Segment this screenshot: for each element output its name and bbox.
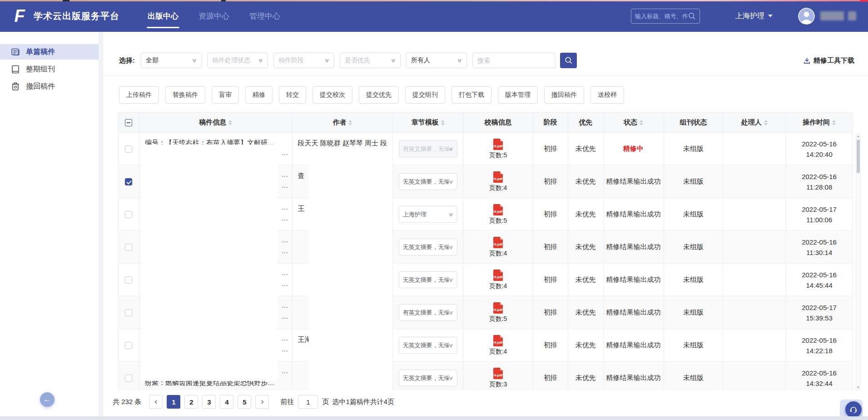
org-switcher[interactable]: 上海护理 [735, 11, 773, 21]
header-handler[interactable]: 处理人 [723, 113, 786, 133]
chapter-template-select[interactable]: 无英文摘要，无编⋯ ∨ [399, 370, 457, 386]
global-search-box[interactable] [631, 9, 700, 24]
action-button-11[interactable]: 送校样 [590, 86, 624, 104]
action-button-8[interactable]: 打包下载 [451, 86, 491, 104]
prev-page-button[interactable]: ‹ [149, 395, 163, 409]
sidebar-item-issue-assembly[interactable]: 整期组刊 [0, 61, 99, 77]
action-button-9[interactable]: 版本管理 [498, 86, 538, 104]
chapter-template-select[interactable]: 上海护理 ∨ [399, 206, 457, 223]
customer-service-button[interactable] [845, 401, 862, 418]
pdf-file-icon[interactable]: H-pdf [493, 368, 503, 379]
sort-icon[interactable] [348, 120, 352, 125]
filter-select-owner[interactable]: 所有人 ∨ [406, 53, 467, 68]
page-button-4[interactable]: 4 [220, 395, 233, 409]
menu-management-center[interactable]: 管理中心 [249, 11, 280, 21]
header-operation-time[interactable]: 操作时间 [786, 113, 853, 133]
sidebar-item-withdrawn-manuscripts[interactable]: 撤回稿件 [0, 79, 99, 94]
truncation-ellipsis [278, 137, 288, 148]
header-author[interactable]: 作者 [293, 113, 393, 133]
search-button[interactable] [560, 53, 577, 68]
chapter-template-select[interactable]: 无英文摘要，无编⋯ ∨ [399, 173, 457, 190]
pdf-file-icon[interactable]: H-pdf [493, 204, 503, 215]
row-checkbox[interactable] [125, 211, 132, 218]
pdf-file-icon[interactable]: H-pdf [493, 302, 503, 314]
truncation-ellipsis: … [278, 312, 288, 323]
next-page-button[interactable]: › [255, 395, 269, 409]
scroll-down-icon[interactable]: ▼ [856, 385, 860, 390]
download-icon [803, 57, 811, 65]
chevron-down-icon: ∨ [456, 57, 463, 64]
chapter-template-select[interactable]: 无英文摘要，无编⋯ ∨ [399, 271, 457, 288]
scrollbar-thumb[interactable] [857, 140, 860, 173]
action-button-2[interactable]: 盲审 [212, 86, 239, 104]
row-checkbox[interactable] [125, 276, 132, 284]
sort-icon[interactable] [441, 120, 445, 125]
filter-select-priority[interactable]: 是否优先 ∨ [340, 53, 401, 68]
header-manuscript-info[interactable]: 稿件信息 [139, 113, 293, 133]
pdf-file-icon[interactable]: H-pdf [493, 270, 503, 281]
row-select-cell [119, 329, 139, 362]
sort-icon[interactable] [640, 120, 643, 125]
global-search-input[interactable] [635, 13, 688, 20]
action-button-1[interactable]: 替换稿件 [165, 86, 205, 104]
status-cell: 精修结果输出成功 [604, 198, 664, 231]
refine-tool-download-link[interactable]: 精修工具下载 [803, 56, 854, 65]
table-scrollbar[interactable]: ▲ ▼ [856, 133, 861, 390]
header-select-all[interactable] [119, 113, 139, 133]
pdf-file-icon[interactable]: H-pdf [493, 237, 503, 248]
filter-search-input[interactable] [472, 53, 556, 68]
page-button-3[interactable]: 3 [202, 395, 216, 409]
page-button-1[interactable]: 1 [167, 395, 180, 409]
header-status[interactable]: 状态 [604, 113, 664, 133]
header-label: 稿件信息 [199, 118, 226, 127]
header-chapter-template[interactable]: 章节模板 [393, 113, 463, 133]
row-checkbox[interactable] [125, 342, 132, 349]
action-button-5[interactable]: 提交校次 [312, 86, 352, 104]
row-checkbox[interactable] [125, 309, 132, 316]
action-button-7[interactable]: 提交组刊 [405, 86, 445, 104]
page-count: 页数:5 [489, 217, 507, 225]
page-button-2[interactable]: 2 [184, 395, 198, 409]
select-all-checkbox[interactable] [125, 119, 132, 126]
menu-resource-center[interactable]: 资源中心 [198, 11, 229, 21]
action-button-0[interactable]: 上传稿件 [119, 86, 159, 104]
sort-icon[interactable] [832, 120, 836, 125]
sort-icon[interactable] [764, 120, 768, 125]
action-button-10[interactable]: 撤回稿件 [544, 86, 584, 104]
operation-time-cell: 2022-05-16 14:20:40 [786, 133, 853, 165]
org-name: 上海护理 [735, 11, 764, 21]
chapter-template-select[interactable]: 有英文摘要，无编⋯ ∨ [399, 140, 457, 157]
sidebar-item-single-manuscripts[interactable]: 单篇稿件 [0, 44, 99, 60]
pdf-file-icon[interactable]: H-pdf [493, 335, 503, 346]
page-button-5[interactable]: 5 [238, 395, 251, 409]
truncation-ellipsis: … [278, 203, 288, 214]
chapter-template-select[interactable]: 有英文摘要，无编⋯ ∨ [399, 304, 457, 321]
pdf-file-icon[interactable]: H-pdf [493, 139, 503, 150]
chapter-template-select[interactable]: 无英文摘要，无编⋯ ∨ [399, 239, 457, 255]
row-checkbox[interactable] [125, 244, 132, 251]
action-button-6[interactable]: 提交优先 [359, 86, 399, 104]
goto-page-input[interactable] [298, 395, 318, 409]
action-button-3[interactable]: 精修 [245, 86, 273, 104]
truncation-ellipsis: … [278, 214, 288, 225]
action-button-4[interactable]: 转交 [279, 86, 306, 104]
pdf-file-icon[interactable]: H-pdf [493, 171, 503, 183]
group-status-cell: 未组版 [664, 231, 724, 264]
operation-time: 11:30:14 [806, 247, 832, 258]
collapse-back-button[interactable]: ← [40, 392, 55, 407]
row-checkbox[interactable] [125, 375, 132, 382]
chapter-template-select[interactable]: 无英文摘要，无编⋯ ∨ [399, 337, 457, 354]
chevron-down-icon: ∨ [448, 277, 454, 283]
filter-select-scope[interactable]: 全部 ∨ [141, 53, 202, 68]
menu-publish-center[interactable]: 出版中心 [148, 11, 179, 21]
row-checkbox[interactable] [125, 145, 132, 153]
user-avatar[interactable] [798, 8, 815, 25]
row-checkbox[interactable] [125, 178, 132, 185]
filter-select-process-status[interactable]: 稿件处理状态 ∨ [207, 53, 268, 68]
status-cell: 精修结果输出成功 [604, 362, 664, 390]
sort-icon[interactable] [228, 120, 232, 125]
operation-time-cell: 2022-05-16 11:30:14 [786, 231, 853, 264]
filter-select-stage[interactable]: 稿件阶段 ∨ [273, 53, 334, 68]
scroll-up-icon[interactable]: ▲ [856, 134, 860, 138]
select-value: 所有人 [411, 56, 430, 65]
